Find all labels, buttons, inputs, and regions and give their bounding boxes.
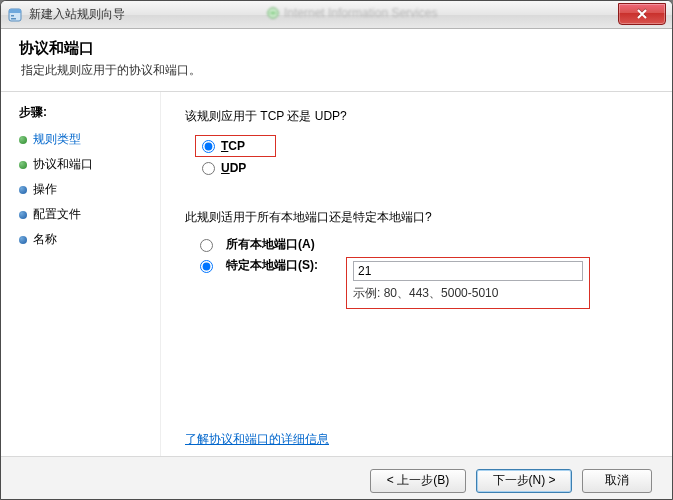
- radio-tcp-label[interactable]: TCP: [221, 139, 245, 153]
- radio-row-all-ports: 所有本地端口(A): [195, 236, 648, 253]
- svg-rect-3: [11, 18, 16, 20]
- bullet-icon: [19, 211, 27, 219]
- radio-row-udp: UDP: [202, 161, 648, 175]
- wizard-header: 协议和端口 指定此规则应用于的协议和端口。: [1, 29, 672, 92]
- steps-sidebar: 步骤: 规则类型 协议和端口 操作 配置文件 名称: [1, 92, 161, 456]
- step-protocol-port[interactable]: 协议和端口: [19, 156, 150, 173]
- background-window-title-2: Internet Information Services: [266, 6, 437, 20]
- step-action[interactable]: 操作: [19, 181, 150, 198]
- app-icon: [7, 7, 23, 23]
- bullet-icon: [19, 136, 27, 144]
- step-label: 操作: [33, 181, 57, 198]
- radio-row-specific-ports: 特定本地端口(S): 示例: 80、443、5000-5010: [195, 257, 648, 309]
- svg-rect-1: [9, 9, 21, 13]
- titlebar: 新建入站规则向导 Internet Information Services: [1, 1, 672, 29]
- wizard-window: 新建入站规则向导 Internet Information Services 协…: [0, 0, 673, 500]
- step-rule-type[interactable]: 规则类型: [19, 131, 150, 148]
- bullet-icon: [19, 236, 27, 244]
- help-link[interactable]: 了解协议和端口的详细信息: [185, 431, 329, 448]
- radio-all-ports[interactable]: [200, 239, 213, 252]
- step-label: 配置文件: [33, 206, 81, 223]
- radio-udp[interactable]: [202, 162, 215, 175]
- port-options: 所有本地端口(A) 特定本地端口(S): 示例: 80、443、5000-501…: [185, 236, 648, 309]
- radio-tcp[interactable]: [202, 140, 215, 153]
- radio-udp-label[interactable]: UDP: [221, 161, 246, 175]
- page-title: 协议和端口: [19, 39, 654, 58]
- page-subtitle: 指定此规则应用于的协议和端口。: [19, 62, 654, 79]
- steps-heading: 步骤:: [19, 104, 150, 121]
- wizard-body: 步骤: 规则类型 协议和端口 操作 配置文件 名称: [1, 92, 672, 456]
- ports-example: 示例: 80、443、5000-5010: [353, 285, 583, 302]
- cancel-button[interactable]: 取消: [582, 469, 652, 493]
- step-label: 规则类型: [33, 131, 81, 148]
- radio-specific-ports[interactable]: [200, 260, 213, 273]
- help-link-wrap: 了解协议和端口的详细信息: [185, 431, 329, 448]
- step-label: 名称: [33, 231, 57, 248]
- bullet-icon: [19, 161, 27, 169]
- back-button[interactable]: < 上一步(B): [370, 469, 466, 493]
- step-label: 协议和端口: [33, 156, 93, 173]
- window-title: 新建入站规则向导: [29, 6, 125, 23]
- next-button[interactable]: 下一步(N) >: [476, 469, 572, 493]
- close-button[interactable]: [618, 3, 666, 25]
- radio-specific-ports-label[interactable]: 特定本地端口(S):: [226, 257, 336, 274]
- wizard-footer: < 上一步(B) 下一步(N) > 取消: [1, 456, 672, 500]
- port-question: 此规则适用于所有本地端口还是特定本地端口?: [185, 209, 648, 226]
- radio-row-tcp: TCP: [195, 135, 648, 157]
- step-name[interactable]: 名称: [19, 231, 150, 248]
- port-input-highlight-box: 示例: 80、443、5000-5010: [346, 257, 590, 309]
- protocol-question: 该规则应用于 TCP 还是 UDP?: [185, 108, 648, 125]
- bullet-icon: [19, 186, 27, 194]
- specific-ports-input[interactable]: [353, 261, 583, 281]
- radio-all-ports-label[interactable]: 所有本地端口(A): [226, 236, 315, 253]
- tcp-highlight-box: TCP: [195, 135, 276, 157]
- svg-rect-2: [11, 15, 14, 17]
- port-section: 此规则适用于所有本地端口还是特定本地端口? 所有本地端口(A) 特定本地端口(S…: [185, 209, 648, 309]
- step-profile[interactable]: 配置文件: [19, 206, 150, 223]
- wizard-content: 该规则应用于 TCP 还是 UDP? TCP UDP 此规则适用于所有本地端口还…: [161, 92, 672, 456]
